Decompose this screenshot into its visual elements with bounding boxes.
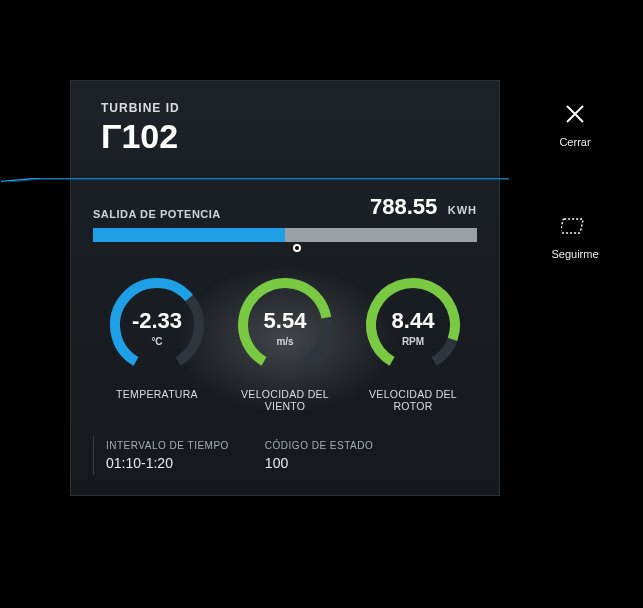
gauge-caption-1: VELOCIDAD DEL VIENTO	[221, 388, 349, 412]
turbine-id-label: TURBINE ID	[101, 101, 469, 115]
turbine-id-value: Γ102	[101, 117, 469, 156]
panel-content: SALIDA DE POTENCIA 788.55 KWH -2.33 °C T…	[71, 170, 499, 495]
gauge-1: 5.54 m/s VELOCIDAD DEL VIENTO	[221, 270, 349, 412]
power-output-value-wrap: 788.55 KWH	[370, 194, 477, 220]
gauge-value-1: 5.54	[264, 308, 307, 334]
time-interval-value: 01:10-1:20	[106, 455, 229, 471]
status-code-label: CÓDIGO DE ESTADO	[265, 440, 373, 451]
turbine-detail-panel: TURBINE ID Γ102 SALIDA DE POTENCIA 788.5…	[70, 80, 500, 496]
power-progress-handle[interactable]	[293, 244, 301, 252]
gauge-0: -2.33 °C TEMPERATURA	[93, 270, 221, 412]
power-output-row: SALIDA DE POTENCIA 788.55 KWH	[93, 194, 477, 220]
gauge-2: 8.44 RPM VELOCIDAD DEL ROTOR	[349, 270, 477, 412]
gauge-value-0: -2.33	[132, 308, 182, 334]
side-actions: Cerrar Seguirme	[530, 100, 620, 260]
follow-button[interactable]: Seguirme	[551, 212, 598, 260]
gauge-caption-0: TEMPERATURA	[116, 388, 198, 412]
gauge-unit-1: m/s	[276, 336, 293, 347]
power-progress-bar	[93, 228, 477, 242]
power-output-unit: KWH	[448, 204, 477, 216]
close-button-label: Cerrar	[559, 136, 590, 148]
power-output-value: 788.55	[370, 194, 437, 219]
follow-icon	[561, 212, 589, 240]
power-output-label: SALIDA DE POTENCIA	[93, 208, 221, 220]
gauge-value-2: 8.44	[392, 308, 435, 334]
status-code-value: 100	[265, 455, 373, 471]
status-code-block: CÓDIGO DE ESTADO 100	[265, 440, 373, 471]
panel-footer: INTERVALO DE TIEMPO 01:10-1:20 CÓDIGO DE…	[93, 436, 477, 475]
gauge-row: -2.33 °C TEMPERATURA 5.54 m/s VELOCIDAD …	[93, 270, 477, 412]
close-icon	[561, 100, 589, 128]
gauge-unit-2: RPM	[402, 336, 424, 347]
time-interval-block: INTERVALO DE TIEMPO 01:10-1:20	[106, 440, 229, 471]
follow-button-label: Seguirme	[551, 248, 598, 260]
gauge-caption-2: VELOCIDAD DEL ROTOR	[349, 388, 477, 412]
svg-rect-0	[561, 219, 583, 233]
close-button[interactable]: Cerrar	[559, 100, 590, 148]
gauge-unit-0: °C	[151, 336, 162, 347]
panel-header: TURBINE ID Γ102	[71, 81, 499, 170]
time-interval-label: INTERVALO DE TIEMPO	[106, 440, 229, 451]
power-progress-fill	[93, 228, 285, 242]
